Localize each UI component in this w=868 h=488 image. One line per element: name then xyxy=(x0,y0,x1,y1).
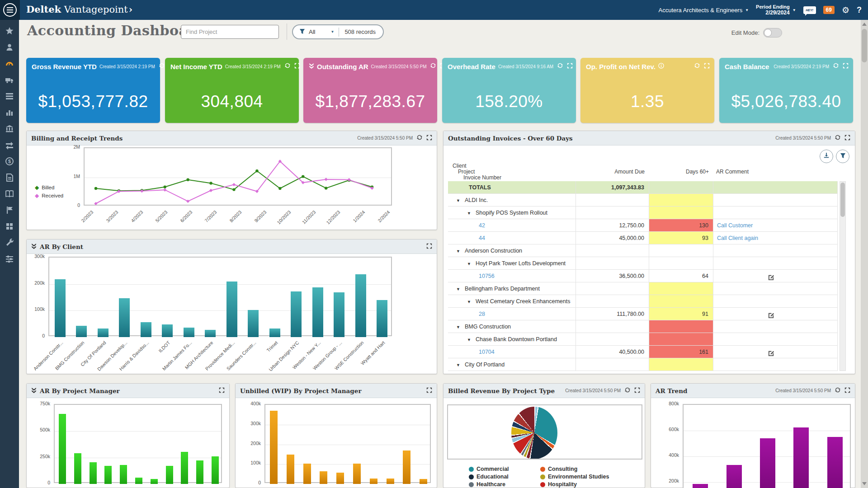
bar[interactable] xyxy=(334,292,344,337)
ar-comment-link[interactable]: Call Customer xyxy=(713,222,753,229)
kpi-tile-gross-revenue-ytd[interactable]: Gross Revenue YTDCreated 3/15/2024 2:19 … xyxy=(26,58,160,123)
expand-icon[interactable] xyxy=(704,62,710,70)
scrollbar-thumb[interactable] xyxy=(862,29,867,62)
chat-bubble-icon[interactable]: HEY! xyxy=(803,6,816,14)
client-group-cell[interactable]: ▼ALDI Inc. xyxy=(448,194,576,206)
project-group-cell[interactable]: ▼Shopify POS System Rollout xyxy=(448,206,576,219)
invoice-number-link[interactable]: 10756 xyxy=(479,273,495,279)
refresh-icon[interactable] xyxy=(557,62,563,70)
kpi-tile-outstanding-ar[interactable]: Outstanding ARCreated 3/15/2024 5:50 PM$… xyxy=(303,58,437,123)
bar[interactable] xyxy=(59,414,66,484)
bar[interactable] xyxy=(353,464,361,484)
legend-item[interactable]: Consulting xyxy=(540,466,577,472)
gear-icon[interactable]: ⚙ xyxy=(842,5,849,15)
invoice-number-link[interactable]: 44 xyxy=(479,235,485,241)
bar[interactable] xyxy=(181,452,188,484)
bar[interactable] xyxy=(291,291,302,337)
client-group-cell[interactable]: ▼Bellingham Parks Department xyxy=(448,282,576,295)
company-selector[interactable]: Accutera Architects & Engineers ▼ xyxy=(658,7,749,14)
chevrons-down-icon[interactable] xyxy=(31,387,37,395)
bar[interactable] xyxy=(793,427,809,488)
collapse-arrow-icon[interactable]: ▼ xyxy=(456,325,460,329)
expand-icon[interactable] xyxy=(426,243,432,251)
notification-badge[interactable]: 69 xyxy=(823,6,835,14)
collapse-arrow-icon[interactable]: ▼ xyxy=(456,287,460,291)
legend-item[interactable]: ◆Received xyxy=(35,192,63,199)
legend-item[interactable]: Commercial xyxy=(469,466,509,472)
project-group-cell[interactable]: ▼West Cemetary Creek Enhancements xyxy=(448,295,576,308)
bar[interactable] xyxy=(320,471,327,484)
client-group-cell[interactable]: ▼City Of Portland xyxy=(448,358,576,371)
invoice-number-link[interactable]: 10704 xyxy=(479,349,495,355)
sidebar-item-flagged[interactable] xyxy=(3,205,16,215)
refresh-icon[interactable] xyxy=(430,62,436,70)
bar[interactable] xyxy=(205,330,216,337)
sidebar-item-lists[interactable] xyxy=(3,91,16,101)
bar[interactable] xyxy=(248,310,259,337)
bar[interactable] xyxy=(90,462,97,484)
sidebar-item-people[interactable] xyxy=(3,42,16,52)
expand-icon[interactable] xyxy=(844,387,850,395)
sidebar-item-tools[interactable] xyxy=(3,238,16,248)
bar[interactable] xyxy=(270,411,278,484)
bar[interactable] xyxy=(303,464,311,484)
collapse-arrow-icon[interactable]: ▼ xyxy=(467,211,471,216)
bar[interactable] xyxy=(119,298,130,337)
page-scrollbar[interactable] xyxy=(861,20,868,488)
bar[interactable] xyxy=(166,466,173,484)
expand-icon[interactable] xyxy=(843,62,849,70)
bar[interactable] xyxy=(120,465,127,484)
bar[interactable] xyxy=(760,438,775,488)
bar[interactable] xyxy=(162,324,173,337)
refresh-icon[interactable] xyxy=(284,62,291,70)
pie-chart[interactable] xyxy=(511,407,557,459)
refresh-icon[interactable] xyxy=(416,134,423,142)
brand-logo[interactable]: Deltek Vantagepoint› xyxy=(26,4,132,15)
bar[interactable] xyxy=(377,300,387,337)
bar[interactable] xyxy=(387,479,394,484)
sidebar-item-favorites[interactable] xyxy=(3,26,16,36)
expand-icon[interactable] xyxy=(294,62,300,70)
collapse-arrow-icon[interactable]: ▼ xyxy=(456,198,460,203)
bar[interactable] xyxy=(336,473,344,484)
bar[interactable] xyxy=(104,466,112,484)
project-group-cell[interactable]: ▼Hoyt Park Tower Lofts Development xyxy=(448,257,576,270)
sidebar-item-ledger[interactable] xyxy=(3,189,16,199)
invoice-number-link[interactable]: 42 xyxy=(479,222,485,229)
table-scrollbar-thumb[interactable] xyxy=(840,183,845,217)
bar[interactable] xyxy=(74,453,81,484)
edit-mode-toggle[interactable] xyxy=(763,28,782,38)
kpi-tile-op-profit-on-net-rev-[interactable]: Op. Profit on Net Rev.1.35 xyxy=(580,58,714,123)
scroll-up-arrow[interactable] xyxy=(862,23,867,26)
kpi-tile-overhead-rate[interactable]: Overhead RateCreated 3/15/2024 9:16 AM15… xyxy=(442,58,576,123)
legend-item[interactable]: Healthcare xyxy=(469,481,505,488)
refresh-icon[interactable] xyxy=(624,387,631,395)
sidebar-item-settings[interactable] xyxy=(3,254,16,264)
bar[interactable] xyxy=(827,437,843,488)
bar[interactable] xyxy=(370,479,377,484)
sidebar-item-purchasing[interactable] xyxy=(3,75,16,85)
legend-item[interactable]: Educational xyxy=(469,474,509,480)
bar[interactable] xyxy=(151,479,158,484)
sidebar-item-payments[interactable]: $ xyxy=(3,156,16,166)
edit-comment-icon[interactable] xyxy=(768,276,774,282)
refresh-icon[interactable] xyxy=(835,134,841,142)
sidebar-item-dashboard[interactable] xyxy=(3,59,16,69)
ar-comment-link[interactable]: Call Client again xyxy=(713,235,758,241)
bar[interactable] xyxy=(141,322,151,337)
table-scrollbar[interactable] xyxy=(840,181,846,371)
sidebar-item-reports[interactable] xyxy=(3,108,16,117)
bar[interactable] xyxy=(212,456,219,484)
bar[interactable] xyxy=(135,478,142,484)
collapse-arrow-icon[interactable]: ▼ xyxy=(456,249,460,253)
refresh-icon[interactable] xyxy=(159,62,165,70)
bar[interactable] xyxy=(76,326,87,337)
table-filter-button[interactable] xyxy=(836,150,849,163)
legend-item[interactable]: Hospitality xyxy=(540,481,577,488)
bar[interactable] xyxy=(184,328,194,337)
legend-item[interactable]: Environmental Studies xyxy=(540,474,609,480)
expand-icon[interactable] xyxy=(426,134,432,142)
bar[interactable] xyxy=(269,328,280,337)
bar[interactable] xyxy=(420,479,427,484)
bar[interactable] xyxy=(287,455,294,484)
